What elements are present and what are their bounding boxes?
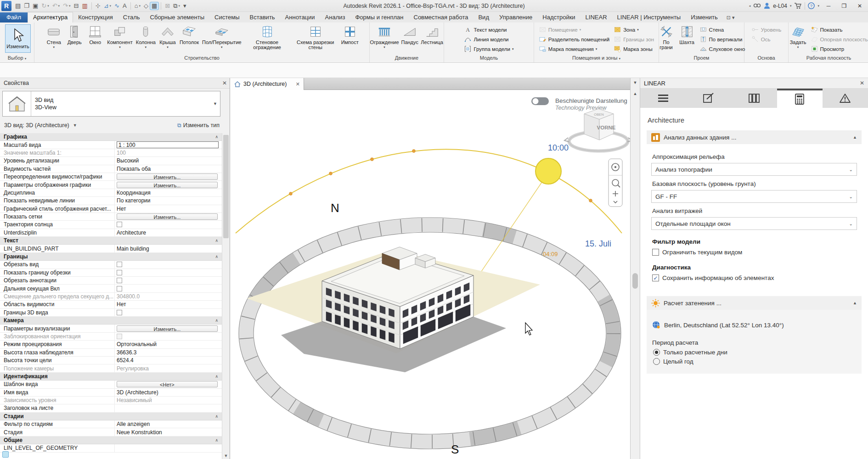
- collapse-caret-icon[interactable]: ▲: [853, 301, 857, 305]
- open-icon[interactable]: ❐: [23, 2, 31, 10]
- button-импост[interactable]: Импост: [340, 23, 360, 45]
- tab-архитектура[interactable]: Архитектура: [28, 12, 73, 22]
- revit-logo-icon[interactable]: R: [1, 1, 11, 11]
- tab-надстройки[interactable]: Надстройки: [537, 12, 580, 22]
- element-selector[interactable]: 3D вид: 3D (Architecture): [2, 122, 69, 129]
- default-3d-view-icon[interactable]: ⌂▾: [133, 2, 142, 10]
- property-row-фильтр-по-стадиям[interactable]: Фильтр по стадиямAlle anzeigen: [0, 420, 222, 428]
- type-selector[interactable]: 3D вид 3D-View ▼: [2, 91, 220, 117]
- signed-in-user[interactable]: e-L04: [773, 3, 787, 9]
- undo-icon[interactable]: ↶▾: [51, 2, 61, 10]
- linear-tab-calculator[interactable]: [777, 89, 823, 108]
- tab-конструкция[interactable]: Конструкция: [73, 12, 118, 22]
- measure-icon[interactable]: ⊿▾: [102, 2, 113, 10]
- property-row-lin-building-part[interactable]: LIN_BUILDING_PARTMain building: [0, 245, 222, 252]
- tab-вид[interactable]: Вид: [473, 12, 494, 22]
- property-row-имя-вида[interactable]: Имя вида3D (Architecture): [0, 389, 222, 397]
- button-зона[interactable]: Зона▾: [612, 25, 656, 34]
- view-tab-3d-architecture[interactable]: 3D (Architecture) ✕: [231, 78, 304, 90]
- property-row-высота-глаза-наблюдателя[interactable]: Высота глаза наблюдателя36636.3: [0, 349, 222, 357]
- tab-аннотации[interactable]: Аннотации: [280, 12, 320, 22]
- radio-row-только-расчетные-дни[interactable]: Только расчетные дни: [653, 349, 856, 356]
- button-уровень[interactable]: Уровень: [750, 25, 783, 34]
- radio-row-целый-год[interactable]: Целый год: [653, 358, 856, 365]
- dropdown-базовая-плоскость-уровень-грунта[interactable]: GF - FF⌄: [651, 190, 857, 203]
- section-collapse-icon[interactable]: ∧: [215, 254, 218, 259]
- button-ось[interactable]: Ось: [750, 34, 783, 44]
- tab-сборные-элементы[interactable]: Сборные элементы: [145, 12, 209, 22]
- button-стеновое-ограждение[interactable]: Стеновое ограждение: [243, 23, 291, 50]
- ribbon-display-toggle-icon[interactable]: ⊡ ▾: [727, 15, 735, 22]
- button-пол-перекрытие[interactable]: Пол/Перекрытие▾: [201, 23, 243, 49]
- limit-view-checkbox[interactable]: [652, 249, 659, 256]
- section-collapse-icon[interactable]: ∧: [215, 134, 218, 139]
- property-row-режим-проецирования[interactable]: Режим проецированияОртогональный: [0, 341, 222, 348]
- minimize-button[interactable]: ─: [822, 1, 835, 11]
- button-дверь[interactable]: Дверь: [64, 23, 85, 45]
- pin-icon[interactable]: ⊹: [94, 2, 102, 10]
- tab-linear[interactable]: LINEAR: [581, 12, 612, 22]
- button-просмотр[interactable]: Просмотр: [809, 44, 868, 54]
- view-tab-list-icon[interactable]: ▼: [631, 78, 640, 85]
- linear-tab-edit[interactable]: [686, 89, 731, 108]
- property-row-переопределения-видимости-графики[interactable]: Переопределения видимости/графикиИзменит…: [0, 173, 222, 181]
- properties-help-icon[interactable]: [2, 451, 9, 458]
- navigation-bar[interactable]: [609, 159, 622, 207]
- property-row-обрезать-аннотации[interactable]: Обрезать аннотации: [0, 277, 222, 285]
- keep-info-checkbox-row[interactable]: ✓ Сохранить информацию об элементах: [652, 274, 856, 281]
- section-collapse-icon[interactable]: ∧: [215, 438, 218, 442]
- property-checkbox-дальняя-секущая-вкл[interactable]: [117, 286, 122, 291]
- panel-label-модель[interactable]: Модель: [444, 55, 534, 62]
- property-row-высота-точки-цели[interactable]: Высота точки цели6524.4: [0, 357, 222, 364]
- section-collapse-icon[interactable]: ∧: [215, 414, 218, 419]
- property-button-параметры-отображения-графики[interactable]: Изменить...: [117, 182, 218, 188]
- property-row-границы-3d-вида[interactable]: Границы 3D вида: [0, 309, 222, 317]
- button-марка-зоны[interactable]: Марка зоны: [612, 44, 656, 54]
- property-row-видимость-частей[interactable]: Видимость частейПоказать оба: [0, 165, 222, 173]
- help-icon[interactable]: ?: [808, 2, 815, 9]
- button-потолок[interactable]: Потолок: [178, 23, 200, 45]
- button-показать[interactable]: Показать: [809, 25, 868, 34]
- tab-linear-инструменты[interactable]: LINEAR | Инструменты: [612, 12, 686, 22]
- tab-сталь[interactable]: Сталь: [118, 12, 145, 22]
- property-row-unterdisziplin[interactable]: UnterdisziplinArchitecture: [0, 229, 222, 237]
- scroll-thumb[interactable]: [632, 273, 638, 289]
- store-cart-icon[interactable]: [794, 2, 802, 9]
- tab-изменить[interactable]: Изменить: [686, 12, 723, 22]
- collapse-left-icon[interactable]: ◂: [749, 4, 751, 8]
- location-row[interactable]: Berlin, Deutschland (Lat 52.52° Lon 13.4…: [652, 321, 856, 329]
- tab-совместная-работа[interactable]: Совместная работа: [409, 12, 473, 22]
- dropdown-аппроксимация-рельефа[interactable]: Анализ топографии⌄: [651, 163, 857, 176]
- property-row-область-видимости[interactable]: Область видимостиНет: [0, 301, 222, 308]
- user-menu-chevron-icon[interactable]: ▾: [790, 4, 792, 8]
- button-группа-модели[interactable]: Группа модели▾: [462, 44, 515, 54]
- modify-button[interactable]: Изменить: [5, 24, 31, 53]
- property-row-показать-невидимые-линии[interactable]: Показать невидимые линииПо категории: [0, 197, 222, 205]
- button-слуховое-окно[interactable]: Слуховое окно: [698, 44, 747, 54]
- property-row-параметры-визуализации[interactable]: Параметры визуализацииИзменить...: [0, 325, 222, 332]
- property-checkbox-границы-3d-вида[interactable]: [117, 310, 122, 315]
- type-selector-chevron-icon[interactable]: ▼: [213, 101, 217, 106]
- property-input-масштаб-вида[interactable]: [117, 141, 219, 148]
- property-checkbox-обрезать-вид[interactable]: [117, 262, 122, 267]
- accelerated-display-toggle[interactable]: [531, 97, 549, 105]
- tab-анализ[interactable]: Анализ: [320, 12, 350, 22]
- linear-close-icon[interactable]: ✕: [860, 80, 864, 86]
- limit-view-checkbox-row[interactable]: Ограничить текущим видом: [652, 249, 856, 256]
- button-стена[interactable]: Стена: [698, 25, 747, 34]
- button-по-вертикали[interactable]: По вертикали: [698, 34, 747, 44]
- button-марка-помещения[interactable]: Марка помещения▾: [537, 44, 611, 54]
- property-button-показать-сетки[interactable]: Изменить...: [117, 213, 218, 220]
- 3d-view-canvas[interactable]: 10:00 15. Juli 04:09: [231, 78, 630, 459]
- property-checkbox-траектория-солнца[interactable]: [117, 222, 122, 227]
- button-опорная-плоскость[interactable]: Опорная плоскость: [809, 34, 868, 44]
- restore-button[interactable]: ❐: [838, 1, 851, 11]
- text-icon[interactable]: A: [121, 2, 128, 10]
- property-row-дальняя-секущая-вкл[interactable]: Дальняя секущая Вкл: [0, 285, 222, 292]
- expander-shading-calc[interactable]: Расчет затенения ... ▲: [647, 296, 862, 310]
- element-selector-chevron-icon[interactable]: ▼: [73, 123, 77, 128]
- panel-label-основа[interactable]: Основа: [744, 55, 788, 62]
- sync-icon[interactable]: ↻▾: [40, 2, 50, 10]
- property-row-заголовок-на-листе[interactable]: Заголовок на листе: [0, 404, 222, 412]
- scroll-up-icon[interactable]: ▲: [631, 85, 640, 96]
